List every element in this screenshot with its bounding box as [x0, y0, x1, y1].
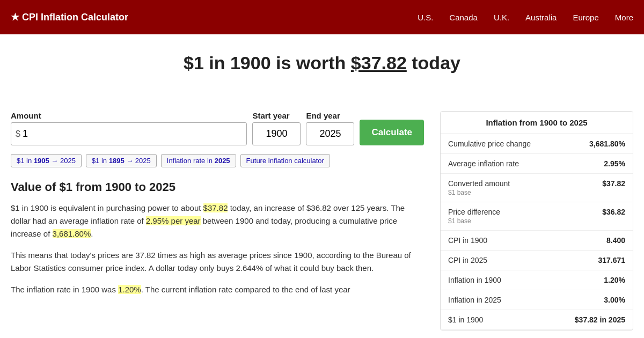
calculate-button[interactable]: Calculate — [360, 120, 424, 145]
stat-value: 317.671 — [555, 251, 633, 270]
section-title: Value of $1 from 1900 to 2025 — [11, 180, 424, 194]
stat-label: Inflation in 1900 — [441, 270, 555, 290]
nav-australia[interactable]: Australia — [525, 13, 557, 22]
stat-value: 2.95% — [555, 154, 633, 174]
site-header: ★ CPI Inflation Calculator U.S. Canada U… — [0, 0, 644, 34]
quick-links: $1 in 1905 → 2025 $1 in 1895 → 2025 Infl… — [11, 154, 424, 167]
title-value: $37.82 — [351, 53, 407, 73]
quick-link-inflation-2025[interactable]: Inflation rate in 2025 — [161, 154, 236, 167]
calculator-form: Amount $ Start year End year Calculate — [11, 111, 424, 145]
dollar-sign: $ — [16, 129, 20, 139]
highlight-rate: 2.95% per year — [146, 216, 201, 225]
stats-panel: Inflation from 1900 to 2025 Cumulative p… — [440, 111, 633, 330]
quick-link-1905[interactable]: $1 in 1905 → 2025 — [11, 154, 82, 167]
stat-label: $1 in 1900 — [441, 310, 555, 330]
nav-us[interactable]: U.S. — [418, 13, 433, 22]
stat-value: 3.00% — [555, 290, 633, 310]
stat-label: Converted amount$1 base — [441, 174, 555, 202]
amount-input-wrapper: $ — [11, 122, 247, 145]
stats-row: Price difference$1 base$36.82 — [441, 202, 633, 231]
stats-row: CPI in 19008.400 — [441, 231, 633, 251]
title-suffix: today — [407, 53, 460, 73]
site-logo: ★ CPI Inflation Calculator — [11, 11, 418, 23]
stats-row: Inflation in 20253.00% — [441, 290, 633, 310]
stat-sub-label: $1 base — [448, 217, 548, 225]
stats-panel-title: Inflation from 1900 to 2025 — [441, 112, 633, 134]
end-year-group: End year — [306, 111, 354, 145]
start-year-group: Start year — [252, 111, 301, 145]
stat-value: $36.82 — [555, 202, 633, 231]
body-paragraph-1: $1 in 1900 is equivalent in purchasing p… — [11, 202, 424, 240]
stats-row: $1 in 1900$37.82 in 2025 — [441, 310, 633, 330]
stat-value: $37.82 — [555, 174, 633, 202]
stat-label: Price difference$1 base — [441, 202, 555, 231]
amount-field-group: Amount $ — [11, 111, 247, 145]
stat-value: $37.82 in 2025 — [555, 310, 633, 330]
stats-row: Cumulative price change3,681.80% — [441, 134, 633, 154]
stat-label: Inflation in 2025 — [441, 290, 555, 310]
logo-text: ★ CPI Inflation Calculator — [11, 11, 128, 23]
stats-row: Average inflation rate2.95% — [441, 154, 633, 174]
stats-row: CPI in 2025317.671 — [441, 251, 633, 270]
highlight-amount: $37.82 — [203, 203, 228, 212]
body-paragraph-3: The inflation rate in 1900 was 1.20%. Th… — [11, 283, 424, 296]
page-title: $1 in 1900 is worth $37.82 today — [11, 47, 633, 79]
stat-sub-label: $1 base — [448, 189, 548, 196]
title-section: $1 in 1900 is worth $37.82 today — [0, 34, 644, 100]
nav-europe[interactable]: Europe — [573, 13, 598, 22]
amount-label: Amount — [11, 111, 247, 120]
stat-value: 1.20% — [555, 270, 633, 290]
body-paragraph-2: This means that today's prices are 37.82… — [11, 249, 424, 275]
stat-label: Average inflation rate — [441, 154, 555, 174]
highlight-cumulative: 3,681.80% — [53, 229, 91, 238]
stats-table: Cumulative price change3,681.80%Average … — [441, 134, 633, 330]
nav-canada[interactable]: Canada — [449, 13, 478, 22]
stat-value: 3,681.80% — [555, 134, 633, 154]
stat-label: CPI in 1900 — [441, 231, 555, 251]
stat-value: 8.400 — [555, 231, 633, 251]
start-year-input[interactable] — [252, 122, 301, 145]
end-year-label: End year — [306, 111, 354, 120]
title-prefix: $1 in 1900 is worth — [184, 53, 351, 73]
quick-link-future[interactable]: Future inflation calculator — [240, 154, 330, 167]
quick-link-1895[interactable]: $1 in 1895 → 2025 — [86, 154, 157, 167]
stat-label: CPI in 2025 — [441, 251, 555, 270]
right-section: Inflation from 1900 to 2025 Cumulative p… — [440, 111, 633, 330]
main-nav: U.S. Canada U.K. Australia Europe More — [418, 13, 633, 22]
amount-input[interactable] — [23, 123, 243, 145]
stats-row: Inflation in 19001.20% — [441, 270, 633, 290]
highlight-1900-rate: 1.20% — [118, 285, 141, 294]
start-year-label: Start year — [252, 111, 301, 120]
end-year-input[interactable] — [306, 122, 354, 145]
stat-label: Cumulative price change — [441, 134, 555, 154]
nav-more[interactable]: More — [615, 13, 633, 22]
left-section: Amount $ Start year End year Calculate $… — [11, 111, 424, 330]
stats-row: Converted amount$1 base$37.82 — [441, 174, 633, 202]
nav-uk[interactable]: U.K. — [494, 13, 509, 22]
